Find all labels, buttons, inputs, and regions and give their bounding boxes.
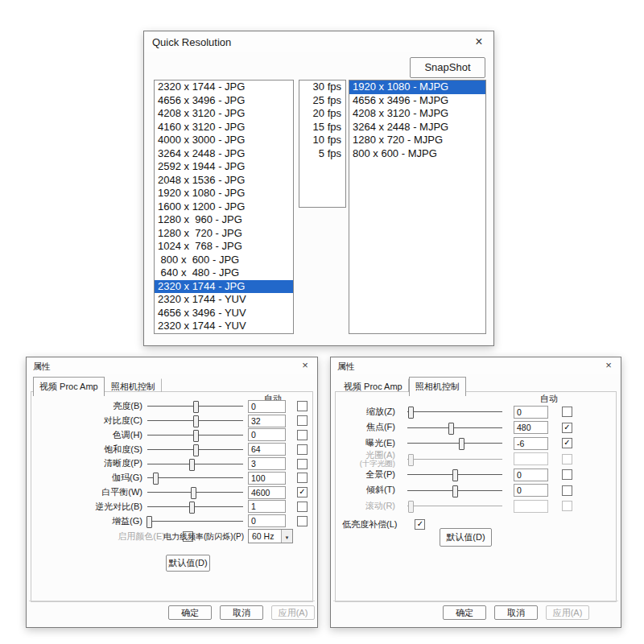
titlebar[interactable]: 属性 × <box>331 357 621 374</box>
list-item[interactable]: 4160 x 3120 - JPG <box>155 121 293 134</box>
slider-thumb[interactable] <box>448 423 454 435</box>
auto-checkbox[interactable]: ✓ <box>562 438 572 448</box>
slider[interactable] <box>147 501 243 513</box>
list-item[interactable]: 30 fps <box>299 80 345 94</box>
list-item[interactable]: 4656 x 3496 - MJPG <box>349 94 485 108</box>
slider[interactable] <box>147 444 243 456</box>
slider[interactable] <box>147 515 243 527</box>
slider[interactable] <box>407 437 502 449</box>
value-box[interactable]: 0 <box>248 400 286 413</box>
cancel-button[interactable]: 取消 <box>494 605 538 620</box>
list-item[interactable]: 25 fps <box>299 94 345 108</box>
list-item[interactable]: 4656 x 3496 - YUV <box>155 307 293 320</box>
list-item[interactable]: 800 x 600 - MJPG <box>349 147 485 161</box>
titlebar[interactable]: Quick Resolution × <box>144 31 493 52</box>
value-box[interactable]: 0 <box>514 469 548 481</box>
auto-checkbox[interactable] <box>297 473 308 483</box>
powerline-frequency-select[interactable]: 60 Hz ▼ <box>248 529 293 543</box>
tab-video-procamp[interactable]: 视频 Proc Amp <box>337 378 409 392</box>
auto-checkbox[interactable] <box>297 415 308 426</box>
tab-video-procamp[interactable]: 视频 Proc Amp <box>33 377 105 396</box>
auto-checkbox[interactable] <box>562 469 572 480</box>
list-item[interactable]: 5 fps <box>299 147 345 161</box>
ok-button[interactable]: 确定 <box>443 605 486 620</box>
slider[interactable] <box>147 458 243 470</box>
slider-thumb[interactable] <box>452 485 458 497</box>
auto-checkbox[interactable] <box>297 401 308 411</box>
slider[interactable] <box>147 400 243 412</box>
list-item[interactable]: 2320 x 1744 - JPG <box>155 80 293 94</box>
preview-format-list[interactable]: 2320 x 1744 - JPG4656 x 3496 - JPG4208 x… <box>154 80 294 334</box>
slider[interactable] <box>147 486 243 498</box>
list-item[interactable]: 4208 x 3120 - JPG <box>155 107 293 121</box>
still-format-list[interactable]: 1920 x 1080 - MJPG4656 x 3496 - MJPG4208… <box>349 80 486 334</box>
list-item[interactable]: 3264 x 2448 - MJPG <box>349 121 485 134</box>
list-item[interactable]: 1600 x 1200 - JPG <box>155 200 293 214</box>
slider[interactable] <box>407 422 502 434</box>
list-item[interactable]: 1024 x 768 - JPG <box>155 240 293 254</box>
titlebar[interactable]: 属性 × <box>27 357 317 374</box>
list-item[interactable]: 1280 x 960 - JPG <box>155 213 293 227</box>
default-button[interactable]: 默认值(D) <box>440 528 492 547</box>
list-item[interactable]: 640 x 480 - JPG <box>155 266 293 280</box>
slider[interactable] <box>407 469 502 481</box>
slider-thumb[interactable] <box>193 401 199 413</box>
value-box[interactable]: 3 <box>248 457 286 470</box>
value-box[interactable]: 0 <box>248 428 286 441</box>
slider-thumb[interactable] <box>193 430 199 442</box>
auto-checkbox[interactable] <box>562 407 572 417</box>
slider[interactable] <box>147 429 243 441</box>
slider[interactable] <box>147 472 243 484</box>
slider-thumb[interactable] <box>147 516 152 528</box>
close-icon[interactable]: × <box>299 360 311 371</box>
auto-checkbox[interactable] <box>562 485 572 496</box>
list-item[interactable]: 20 fps <box>299 107 345 121</box>
auto-checkbox[interactable] <box>297 459 308 469</box>
list-item[interactable]: 15 fps <box>299 121 345 134</box>
auto-checkbox[interactable] <box>297 430 308 440</box>
auto-checkbox[interactable] <box>297 444 308 455</box>
list-item[interactable]: 4000 x 3000 - JPG <box>155 134 293 147</box>
slider-thumb[interactable] <box>452 469 458 481</box>
list-item[interactable]: 2320 x 1744 - YUV <box>155 293 293 307</box>
slider-thumb[interactable] <box>189 502 195 514</box>
tab-camera-control[interactable]: 照相机控制 <box>105 378 162 392</box>
auto-checkbox[interactable]: ✓ <box>297 487 308 497</box>
cancel-button[interactable]: 取消 <box>220 605 263 620</box>
value-box[interactable]: 32 <box>248 415 286 427</box>
low-light-compensation-checkbox[interactable]: ✓ <box>415 519 425 530</box>
list-item[interactable]: 2592 x 1944 - JPG <box>155 160 293 174</box>
value-box[interactable]: 480 <box>514 421 548 434</box>
slider-thumb[interactable] <box>153 473 159 485</box>
slider[interactable] <box>147 415 243 427</box>
value-box[interactable]: 1 <box>248 500 286 513</box>
list-item[interactable]: 4656 x 3496 - JPG <box>155 94 293 108</box>
close-icon[interactable]: × <box>603 360 614 371</box>
dropdown-arrow-box[interactable]: ▼ <box>281 530 292 543</box>
list-item[interactable]: 2320 x 1744 - JPG <box>155 280 293 294</box>
snapshot-button[interactable]: SnapShot <box>410 57 485 78</box>
slider-thumb[interactable] <box>193 415 199 427</box>
value-box[interactable]: 0 <box>514 406 548 419</box>
slider-thumb[interactable] <box>408 407 414 419</box>
fps-list[interactable]: 30 fps25 fps20 fps15 fps10 fps5 fps <box>299 80 346 208</box>
list-item[interactable]: 2320 x 1744 - YUV <box>155 320 293 333</box>
list-item[interactable]: 1280 x 720 - MJPG <box>349 134 485 147</box>
slider[interactable] <box>407 485 502 497</box>
list-item[interactable]: 800 x 600 - JPG <box>155 254 293 267</box>
value-box[interactable]: 100 <box>248 472 286 485</box>
auto-checkbox[interactable]: ✓ <box>562 423 572 433</box>
value-box[interactable]: -6 <box>514 437 548 450</box>
slider-thumb[interactable] <box>189 459 195 471</box>
ok-button[interactable]: 确定 <box>168 605 212 620</box>
slider-thumb[interactable] <box>191 487 196 499</box>
slider-thumb[interactable] <box>193 444 199 456</box>
slider-thumb[interactable] <box>459 438 464 450</box>
value-box[interactable]: 0 <box>514 484 548 497</box>
default-button[interactable]: 默认值(D) <box>166 555 210 572</box>
list-item[interactable]: 3264 x 2448 - JPG <box>155 147 293 161</box>
tab-camera-control[interactable]: 照相机控制 <box>409 377 466 396</box>
slider[interactable] <box>407 406 502 418</box>
list-item[interactable]: 1280 x 720 - JPG <box>155 227 293 241</box>
value-box[interactable]: 4600 <box>248 486 286 499</box>
